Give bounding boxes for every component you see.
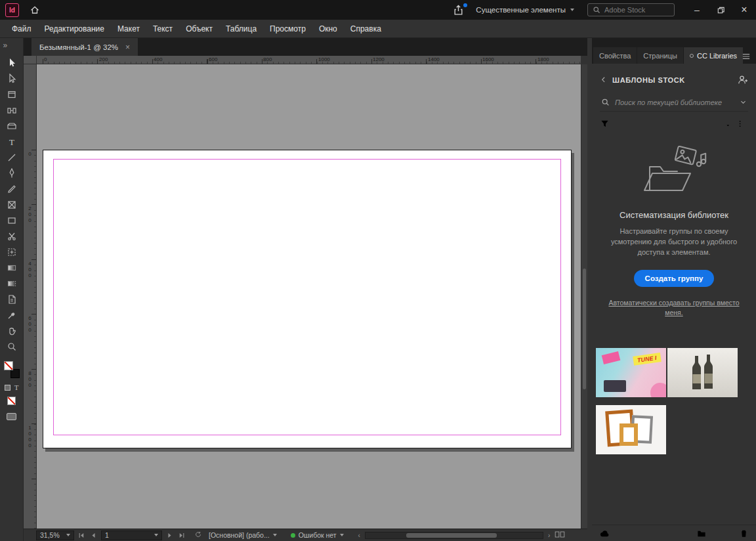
spread-view-button[interactable] xyxy=(555,530,565,540)
pencil-tool[interactable] xyxy=(0,181,24,197)
home-button[interactable] xyxy=(30,5,40,15)
horizontal-ruler[interactable]: 0 200 400 600 800 1000 1200 1400 1600 18… xyxy=(37,56,581,64)
free-transform-tool[interactable] xyxy=(0,244,24,260)
selection-tool[interactable] xyxy=(0,55,24,71)
last-page-button[interactable] xyxy=(177,530,186,540)
library-title: ШАБЛОНЫ STOCK xyxy=(612,76,732,84)
auto-create-groups-link[interactable]: Автоматически создавать группы вместо ме… xyxy=(604,298,744,318)
preflight-menu-button[interactable] xyxy=(194,530,202,540)
delete-trash-icon[interactable] xyxy=(739,529,749,538)
hand-tool[interactable] xyxy=(0,323,24,339)
pen-icon xyxy=(7,168,17,179)
menu-file[interactable]: Файл xyxy=(5,24,38,33)
gradient-feather-tool[interactable] xyxy=(0,276,24,292)
workspace-switcher[interactable]: Существенные элементы xyxy=(476,6,574,14)
invite-person-icon[interactable] xyxy=(737,74,748,85)
panel-menu-button[interactable] xyxy=(742,53,751,60)
back-chevron-icon[interactable] xyxy=(600,76,608,84)
scissors-icon xyxy=(7,231,17,242)
menu-object[interactable]: Объект xyxy=(179,24,219,33)
menu-table[interactable]: Таблица xyxy=(219,24,263,33)
fill-stroke-swatches[interactable] xyxy=(4,361,20,378)
menu-layout[interactable]: Макет xyxy=(111,24,146,33)
tab-cc-libraries[interactable]: CC Libraries xyxy=(684,47,743,64)
tab-properties[interactable]: Свойства xyxy=(593,47,637,64)
close-button[interactable]: × xyxy=(732,0,756,20)
zoom-level-combo[interactable]: 31,5% xyxy=(36,530,74,540)
direct-selection-tool[interactable] xyxy=(0,71,24,87)
vertical-ruler[interactable]: 0 200 400 600 800 1000 xyxy=(24,64,37,529)
color-theme-tool[interactable] xyxy=(0,307,24,323)
formatting-affects-container-icon[interactable] xyxy=(5,385,10,391)
gap-tool[interactable] xyxy=(0,102,24,118)
chevron-down-icon[interactable] xyxy=(740,98,747,106)
vertical-scrollbar[interactable] xyxy=(581,64,587,529)
adobe-stock-search-input[interactable]: Adobe Stock xyxy=(587,3,675,16)
share-button[interactable] xyxy=(453,5,464,16)
fill-swatch[interactable] xyxy=(4,361,13,370)
scroll-left-button[interactable]: ‹ xyxy=(357,532,362,539)
panel-divider[interactable] xyxy=(587,38,592,541)
horizontal-scrollbar[interactable] xyxy=(365,532,543,539)
zoom-tool[interactable] xyxy=(0,339,24,355)
frame-tool[interactable] xyxy=(0,197,24,213)
next-page-button[interactable] xyxy=(165,530,174,540)
document-tab[interactable]: Безымянный-1 @ 32% × xyxy=(32,38,138,56)
stock-template-thumbnail[interactable] xyxy=(667,348,738,397)
menubar: Файл Редактирование Макет Текст Объект Т… xyxy=(0,20,756,38)
none-slash-icon xyxy=(5,362,12,370)
stock-template-thumbnail[interactable] xyxy=(596,405,666,454)
tab-pages[interactable]: Страницы xyxy=(637,47,683,64)
cloud-sync-icon[interactable] xyxy=(599,529,610,538)
share-icon xyxy=(453,5,464,16)
pasteboard-canvas[interactable] xyxy=(37,64,581,529)
new-group-folder-icon[interactable] xyxy=(696,529,707,538)
screen-mode-button[interactable] xyxy=(7,413,16,420)
frame-shape xyxy=(620,423,638,446)
rectangle-tool[interactable] xyxy=(0,213,24,228)
pen-tool[interactable] xyxy=(0,165,24,181)
menu-help[interactable]: Справка xyxy=(344,24,388,33)
gradient-swatch-tool[interactable] xyxy=(0,260,24,276)
preflight-profile-dropdown[interactable]: [Основной] (рабо... xyxy=(205,530,280,540)
restore-button[interactable] xyxy=(709,0,732,20)
first-page-button[interactable] xyxy=(77,530,86,540)
menu-edit[interactable]: Редактирование xyxy=(38,24,111,33)
expand-panels-button[interactable]: » xyxy=(0,38,24,53)
page-tool[interactable] xyxy=(0,87,24,102)
scrollbar-thumb[interactable] xyxy=(583,269,586,389)
note-tool[interactable] xyxy=(0,292,24,307)
apply-none-button[interactable] xyxy=(7,397,16,405)
note-icon xyxy=(7,294,17,305)
minimize-button[interactable]: – xyxy=(685,0,709,20)
preflight-ok-dot-icon xyxy=(291,533,295,538)
page-number-combo[interactable]: 1 xyxy=(101,530,162,540)
type-tool[interactable]: T xyxy=(0,134,24,150)
stock-template-thumbnail[interactable]: TUNE I xyxy=(596,348,666,397)
list-view-icon[interactable] xyxy=(738,119,748,129)
ruler-label: 0 xyxy=(27,151,32,157)
content-collector-tool[interactable] xyxy=(0,118,24,134)
sort-order-icon[interactable] xyxy=(721,119,730,129)
previous-page-button[interactable] xyxy=(89,530,98,540)
filter-funnel-icon[interactable] xyxy=(600,119,610,129)
indesign-app: Id Существенные элементы Adobe Stock – × xyxy=(0,0,756,541)
scrollbar-thumb[interactable] xyxy=(406,533,497,538)
menu-type[interactable]: Текст xyxy=(146,24,179,33)
scroll-right-button[interactable]: › xyxy=(547,532,551,539)
add-element-icon[interactable] xyxy=(718,529,728,538)
menu-view[interactable]: Просмотр xyxy=(263,24,312,33)
titlebar: Id Существенные элементы Adobe Stock – × xyxy=(0,0,756,20)
library-footer xyxy=(592,525,756,541)
create-group-button[interactable]: Создать группу xyxy=(634,270,715,287)
ruler-origin-corner[interactable] xyxy=(24,56,37,64)
library-search-input[interactable]: Поиск по текущей библиотеке xyxy=(600,93,748,112)
preflight-status-dropdown[interactable]: Ошибок нет xyxy=(287,530,347,540)
line-tool[interactable] xyxy=(0,150,24,165)
menu-window[interactable]: Окно xyxy=(312,24,344,33)
stroke-swatch[interactable] xyxy=(10,369,20,378)
scissors-tool[interactable] xyxy=(0,228,24,244)
formatting-affects-text-icon[interactable]: T xyxy=(14,383,19,391)
tab-close-icon[interactable]: × xyxy=(125,43,130,52)
document-page[interactable] xyxy=(43,150,572,448)
